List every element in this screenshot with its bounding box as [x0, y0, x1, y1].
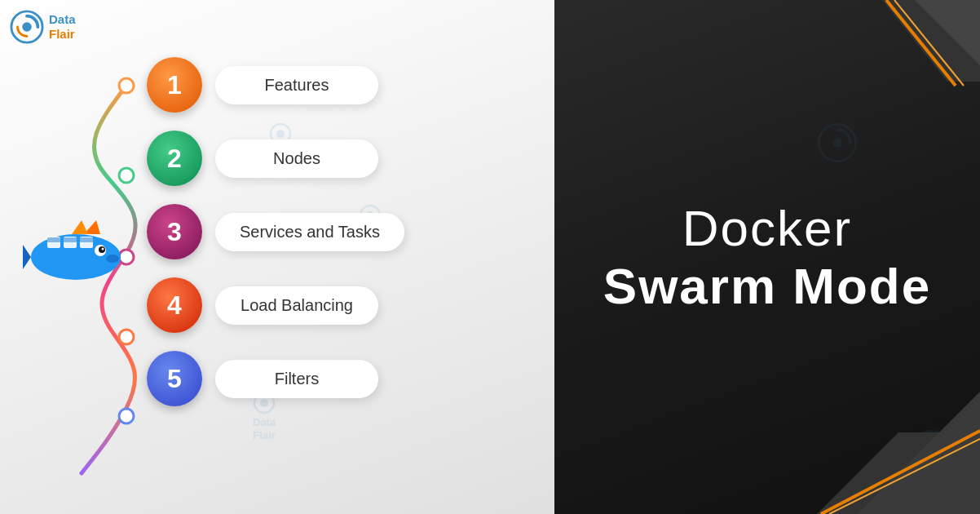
docker-mascot	[23, 208, 129, 290]
circle-5: 5	[147, 351, 202, 406]
title-line2: Swarm Mode	[603, 257, 931, 315]
circle-1: 1	[147, 57, 202, 113]
title-line1: Docker	[603, 199, 931, 257]
circle-2: 2	[147, 131, 202, 186]
label-3: Services and Tasks	[215, 213, 404, 251]
item-row-4: 4 Load Balancing	[147, 277, 404, 333]
right-panel: Docker Swarm Mode	[554, 0, 980, 514]
items-container: 1 Features 2 Nodes 3	[147, 57, 404, 406]
logo-icon	[10, 10, 44, 44]
logo-text: Data Flair	[49, 12, 76, 42]
circle-3: 3	[147, 204, 202, 259]
item-row-2: 2 Nodes	[147, 131, 404, 186]
item-row-1: 1 Features	[147, 57, 404, 113]
svg-point-26	[106, 255, 119, 263]
label-2: Nodes	[215, 140, 378, 178]
svg-point-1	[22, 22, 31, 31]
svg-rect-25	[80, 237, 93, 242]
page-wrapper: Data Flair DataFlair DataFlair DataFlair	[0, 0, 980, 514]
label-1: Features	[215, 66, 378, 104]
svg-point-9	[119, 168, 134, 183]
svg-marker-19	[72, 220, 88, 234]
item-row-5: 5 Filters	[147, 351, 404, 406]
item-row-3: 3 Services and Tasks	[147, 204, 404, 259]
svg-marker-14	[23, 245, 31, 269]
svg-point-11	[119, 330, 134, 344]
chevron-bottom-deco	[654, 310, 980, 514]
svg-rect-24	[64, 237, 77, 242]
svg-point-18	[102, 248, 104, 250]
svg-rect-23	[47, 237, 60, 242]
circle-4: 4	[147, 277, 202, 333]
label-4: Load Balancing	[215, 286, 378, 325]
logo: Data Flair	[10, 10, 76, 44]
right-title: Docker Swarm Mode	[603, 199, 931, 315]
chevron-top-deco	[735, 0, 980, 163]
svg-marker-32	[858, 392, 980, 514]
label-5: Filters	[215, 360, 378, 398]
left-panel: Data Flair DataFlair DataFlair DataFlair	[0, 0, 554, 514]
svg-point-12	[119, 409, 134, 423]
svg-point-8	[119, 78, 134, 93]
